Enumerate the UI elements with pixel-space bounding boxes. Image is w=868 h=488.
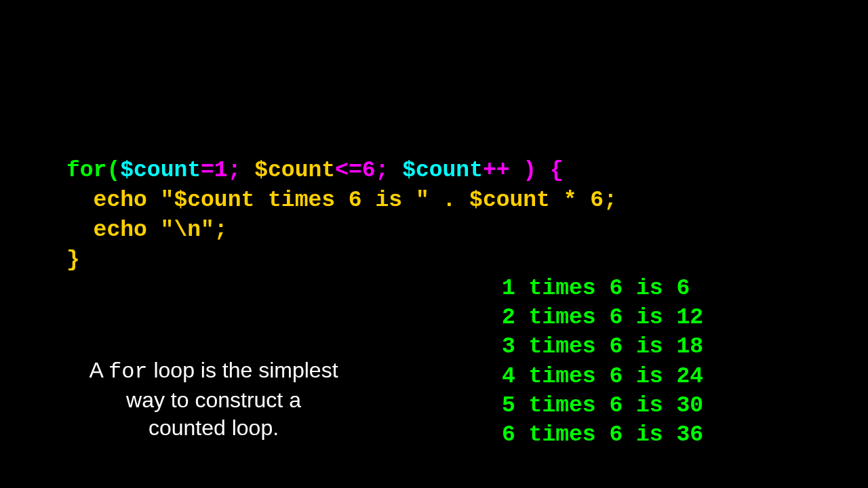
code-line: echo "\n";	[66, 216, 617, 245]
code-line: for($count=1; $count<=6; $count++ ) {	[66, 156, 617, 186]
code-token: }	[66, 247, 80, 272]
code-line: echo "$count times 6 is " . $count * 6;	[66, 186, 617, 216]
code-token: $count	[402, 158, 483, 183]
caption-text: A for loop is the simplest way to constr…	[88, 357, 339, 443]
code-token: for(	[66, 158, 120, 183]
code-token: echo "$count times 6 is " . $count * 6;	[66, 188, 617, 213]
code-line: }	[66, 245, 617, 275]
caption-part1: A	[89, 358, 108, 382]
code-token: ++ ) {	[483, 158, 564, 183]
code-token: <=6;	[335, 158, 402, 183]
slide: for($count=1; $count<=6; $count++ ) { ec…	[0, 0, 868, 488]
code-token: $count	[120, 158, 201, 183]
caption-keyword: for	[108, 359, 148, 384]
code-token: $count	[254, 158, 335, 183]
code-token: echo "\n";	[66, 218, 228, 243]
code-block: for($count=1; $count<=6; $count++ ) { ec…	[66, 156, 617, 275]
output-block: 1 times 6 is 6 2 times 6 is 12 3 times 6…	[502, 274, 703, 449]
caption-part2: loop is the simplest way to construct a …	[126, 358, 338, 440]
code-token: =1;	[201, 158, 254, 183]
